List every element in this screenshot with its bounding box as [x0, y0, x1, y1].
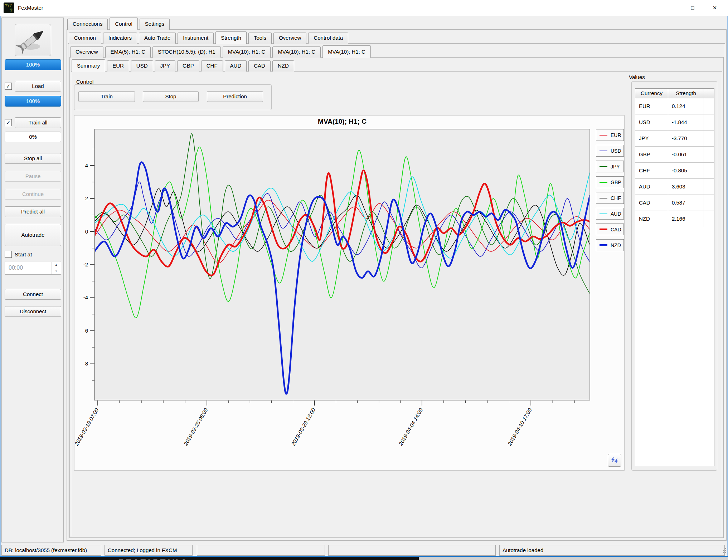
- spinner-down-icon[interactable]: ▼: [52, 268, 60, 274]
- tab-instrument[interactable]: Instrument: [178, 33, 214, 44]
- train-button[interactable]: Train: [78, 91, 135, 102]
- tab-control[interactable]: Control: [110, 18, 137, 30]
- legend-line-icon: [600, 151, 607, 151]
- legend-label: GBP: [611, 180, 621, 185]
- progress-load: 100%: [5, 96, 61, 107]
- tab-auto-trade[interactable]: Auto Trade: [139, 33, 176, 44]
- legend-line-icon: [600, 244, 607, 246]
- svg-text:-2: -2: [83, 261, 88, 267]
- tab-indicators[interactable]: Indicators: [103, 33, 137, 44]
- svg-text:2019-03-25 08:00: 2019-03-25 08:00: [182, 407, 209, 447]
- values-table: CurrencyStrength EUR0.124USD-1.844JPY-3.…: [635, 88, 714, 466]
- svg-text:-4: -4: [83, 294, 88, 300]
- spinner-up-icon[interactable]: ▲: [52, 262, 60, 268]
- currency-cell: USD: [635, 114, 668, 130]
- tab-stoch-10-5-5-d-h1[interactable]: STOCH(10,5,5); (D); H1: [152, 46, 221, 58]
- legend-line-icon: [600, 166, 607, 167]
- values-row-nzd: NZD2.166: [635, 211, 714, 227]
- connect-button[interactable]: Connect: [5, 289, 61, 300]
- continue-button[interactable]: Continue: [5, 189, 61, 200]
- currency-cell: AUD: [635, 179, 668, 195]
- values-col-header-strength[interactable]: Strength: [668, 89, 704, 98]
- tab-nzd[interactable]: NZD: [272, 60, 294, 72]
- background-desktop: [419, 557, 728, 560]
- legend-item-eur[interactable]: EUR: [596, 129, 624, 141]
- rocket-image-button[interactable]: [15, 24, 51, 56]
- tab-tools[interactable]: Tools: [248, 33, 272, 44]
- tabrow-control: CommonIndicatorsAuto TradeInstrumentStre…: [69, 31, 350, 44]
- minimize-icon[interactable]: ─: [659, 0, 681, 16]
- tab-jpy[interactable]: JPY: [155, 60, 176, 72]
- tab-overview[interactable]: Overview: [70, 46, 103, 58]
- svg-text:0: 0: [85, 229, 88, 235]
- tab-mva-10-h1-c[interactable]: MVA(10); H1; C: [322, 45, 371, 58]
- refresh-icon: [611, 457, 618, 464]
- tab-common[interactable]: Common: [69, 33, 101, 44]
- values-row-eur: EUR0.124: [635, 98, 714, 114]
- title-bar: ??? ? FexMaster ─ □ ✕: [0, 0, 728, 16]
- tab-gbp[interactable]: GBP: [177, 60, 199, 72]
- tab-connections[interactable]: Connections: [67, 19, 108, 30]
- legend-label: AUD: [611, 211, 621, 217]
- window-edge-left: [0, 16, 1, 557]
- tabrow-main: ConnectionsControlSettings: [67, 17, 171, 30]
- legend-item-usd[interactable]: USD: [596, 145, 624, 157]
- legend-item-jpy[interactable]: JPY: [596, 161, 624, 172]
- legend-label: USD: [611, 148, 621, 154]
- tab-overview[interactable]: Overview: [273, 33, 307, 44]
- prediction-button[interactable]: Prediction: [207, 91, 263, 102]
- strength-cell: 0.124: [668, 98, 704, 114]
- tab-mva-10-h1-c[interactable]: MVA(10); H1; C: [223, 46, 271, 58]
- stop-button[interactable]: Stop: [143, 91, 199, 102]
- tab-usd[interactable]: USD: [131, 60, 153, 72]
- pause-button[interactable]: Pause: [5, 171, 61, 182]
- load-button[interactable]: Load: [15, 81, 61, 92]
- tab-aud[interactable]: AUD: [225, 60, 247, 72]
- tab-mva-10-h1-c[interactable]: MVA(10); H1; C: [272, 46, 321, 58]
- status-panel-4: [328, 545, 496, 556]
- close-icon[interactable]: ✕: [704, 0, 726, 16]
- legend-item-aud[interactable]: AUD: [596, 208, 624, 220]
- strength-cell: -0.805: [668, 163, 704, 178]
- chart-panel: MVA(10); H1; C 420-2-4-6-82019-03-19 07:…: [74, 115, 625, 471]
- tab-ema-5-h1-c[interactable]: EMA(5); H1; C: [105, 46, 151, 58]
- start-at-checkbox[interactable]: [5, 251, 12, 258]
- start-time-spinner[interactable]: 00:00 ▲ ▼: [5, 261, 61, 275]
- tab-summary[interactable]: Summary: [72, 59, 105, 72]
- legend-label: CHF: [611, 195, 621, 201]
- stop-all-button[interactable]: Stop all: [5, 153, 61, 164]
- values-group: CurrencyStrength EUR0.124USD-1.844JPY-3.…: [631, 81, 717, 471]
- status-panel-5: Autotrade loaded: [499, 545, 725, 556]
- start-at-label: Start at: [15, 251, 32, 257]
- autotrade-button[interactable]: Autotrade: [5, 224, 61, 246]
- tab-eur[interactable]: EUR: [107, 60, 129, 72]
- legend-item-nzd[interactable]: NZD: [596, 239, 624, 251]
- tab-cad[interactable]: CAD: [248, 60, 271, 72]
- maximize-icon[interactable]: □: [681, 0, 704, 16]
- load-checkbox[interactable]: ✓: [5, 83, 12, 90]
- legend-item-chf[interactable]: CHF: [596, 192, 624, 204]
- strength-chart: 420-2-4-6-82019-03-19 07:002019-03-25 08…: [74, 116, 624, 470]
- resize-grip[interactable]: [722, 548, 727, 554]
- legend-label: CAD: [611, 227, 621, 232]
- legend-line-icon: [600, 229, 607, 230]
- status-panel-2: Connected; Logged in FXCM: [105, 545, 193, 556]
- strength-cell: -0.061: [668, 147, 704, 162]
- start-time-value: 00:00: [9, 261, 23, 274]
- legend-line-icon: [600, 182, 607, 183]
- train-all-button[interactable]: Train all: [15, 117, 61, 128]
- legend-item-gbp[interactable]: GBP: [596, 176, 624, 188]
- disconnect-button[interactable]: Disconnect: [5, 306, 61, 317]
- rocket-icon: [15, 24, 50, 55]
- values-col-header-currency[interactable]: Currency: [635, 89, 668, 98]
- tab-chf[interactable]: CHF: [201, 60, 223, 72]
- train-all-checkbox[interactable]: ✓: [5, 119, 12, 126]
- refresh-button[interactable]: [608, 454, 621, 467]
- tab-settings[interactable]: Settings: [140, 19, 170, 30]
- legend-item-cad[interactable]: CAD: [596, 223, 624, 235]
- tab-strength[interactable]: Strength: [215, 31, 247, 44]
- status-panel-3: [197, 545, 325, 556]
- svg-text:-6: -6: [83, 328, 88, 334]
- tab-control-data[interactable]: Control data: [308, 33, 348, 44]
- predict-all-button[interactable]: Predict all: [5, 206, 61, 217]
